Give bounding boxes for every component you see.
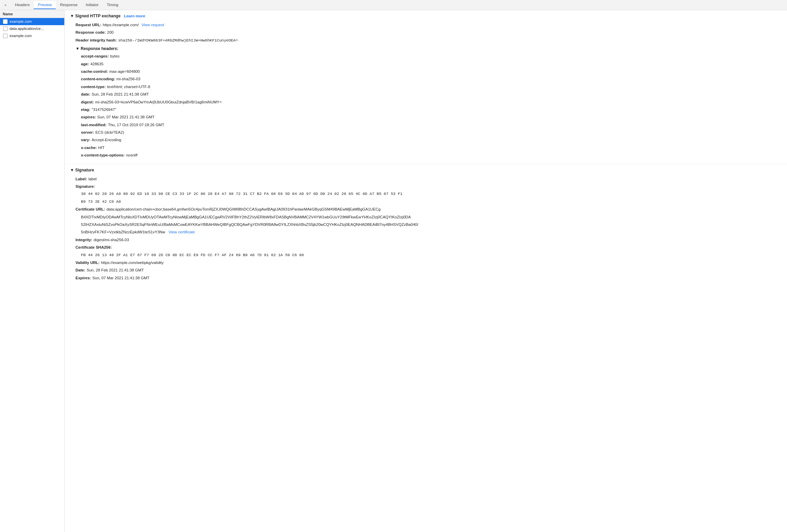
response-headers-subsection: ▼ Response headers: accept-ranges: bytes… bbox=[70, 44, 782, 160]
tab-timing[interactable]: Timing bbox=[103, 1, 122, 9]
tab-initiator[interactable]: Initiator bbox=[82, 1, 103, 9]
response-header-value: mi-sha256-03=kcwVP6aOwYmA/j9JbUU0GbuiZdn… bbox=[95, 99, 222, 105]
response-header-row: server: ECS (dcb/7EA2) bbox=[70, 129, 782, 136]
response-header-value: Sun, 07 Mar 2021 21:41:38 GMT bbox=[97, 114, 154, 120]
header-integrity-label: Header integrity hash: bbox=[76, 37, 117, 43]
cert-url-key: Certificate URL: bbox=[76, 206, 105, 212]
sidebar-item-0[interactable]: example.com bbox=[0, 18, 64, 25]
response-header-key: digest: bbox=[81, 99, 94, 105]
sidebar-item-label-0: example.com bbox=[10, 19, 32, 23]
header-integrity-row: Header integrity hash: sha256-/IWdYDKW66… bbox=[70, 36, 782, 44]
cert-url-line3: 52IHZXAxtuNiSZvoPkOaXySR2ESqFNnWEuU/BaMs… bbox=[81, 221, 418, 228]
cert-url-line2-row: B4XDTIxMDIyODAwMTcyNloXDTIxMDUyOTAwMTcyN… bbox=[70, 213, 782, 221]
cert-sha256-row: Certificate SHA256: bbox=[70, 244, 782, 251]
cert-url-line2: B4XDTIxMDIyODAwMTcyNloXDTIxMDUyOTAwMTcyN… bbox=[81, 214, 411, 220]
response-header-value: mi-sha256-03 bbox=[116, 76, 140, 82]
response-header-row: expires: Sun, 07 Mar 2021 21:41:38 GMT bbox=[70, 113, 782, 121]
response-header-row: age: 428635 bbox=[70, 60, 782, 68]
response-header-value: Sun, 28 Feb 2021 21:41:38 GMT bbox=[91, 91, 149, 97]
integrity-value: digest/mi-sha256-03 bbox=[94, 237, 129, 243]
learn-more-link[interactable]: Learn more bbox=[124, 14, 145, 18]
sig-signature-line2: B9 73 2E 42 C0 A0 bbox=[81, 199, 121, 205]
sidebar-item-label-2: example.com bbox=[10, 34, 32, 38]
cert-url-line3-row: 52IHZXAxtuNiSZvoPkOaXySR2ESqFNnWEuU/BaMs… bbox=[70, 221, 782, 228]
date-row: Date: Sun, 28 Feb 2021 21:41:38 GMT bbox=[70, 266, 782, 274]
sig-signature-row: Signature: bbox=[70, 183, 782, 190]
main-layout: Name example.com data:application/ce... … bbox=[0, 10, 787, 532]
response-header-key: cache-control: bbox=[81, 68, 108, 74]
sidebar-item-1[interactable]: data:application/ce... bbox=[0, 25, 64, 32]
signed-exchange-section: ▼ Signed HTTP exchange Learn more Reques… bbox=[65, 10, 787, 164]
request-url-value: https://example.com/ bbox=[103, 22, 139, 28]
response-header-key: x-content-type-options: bbox=[81, 152, 124, 158]
response-header-key: expires: bbox=[81, 114, 96, 120]
cert-sha256-key: Certificate SHA256: bbox=[76, 244, 112, 250]
response-header-value: Accept-Encoding bbox=[92, 137, 121, 143]
content-area: ▼ Signed HTTP exchange Learn more Reques… bbox=[65, 10, 787, 532]
validity-url-value: https://example.com/webpkg/validity bbox=[101, 260, 164, 266]
file-icon-2 bbox=[3, 33, 7, 38]
signature-section-title: ▼ Signature bbox=[70, 168, 782, 172]
response-header-key: vary: bbox=[81, 137, 90, 143]
response-headers-list: accept-ranges: bytesage: 428635cache-con… bbox=[70, 52, 782, 159]
validity-url-row: Validity URL: https://example.com/webpkg… bbox=[70, 259, 782, 266]
sig-signature-line1: 30 44 02 20 26 A9 89 92 ED 10 33 98 CE C… bbox=[81, 191, 402, 197]
sidebar-item-2[interactable]: example.com bbox=[0, 32, 64, 39]
request-url-row: Request URL: https://example.com/ View r… bbox=[70, 21, 782, 29]
tab-headers[interactable]: Headers bbox=[11, 1, 34, 9]
response-header-key: date: bbox=[81, 91, 90, 97]
file-icon-0 bbox=[3, 19, 7, 24]
response-header-value: HIT bbox=[98, 145, 105, 151]
sidebar-header: Name bbox=[0, 10, 64, 18]
date-key: Date: bbox=[76, 267, 85, 273]
sig-signature-line1-row: 30 44 02 20 26 A9 89 92 ED 10 33 98 CE C… bbox=[70, 190, 782, 198]
response-header-value: "3147526947" bbox=[91, 106, 116, 113]
response-header-value: max-age=604800 bbox=[109, 68, 140, 74]
sig-signature-key: Signature: bbox=[76, 183, 95, 189]
sig-label-key: Label: bbox=[76, 176, 87, 182]
expires-key: Expires: bbox=[76, 275, 91, 281]
response-header-key: age: bbox=[81, 61, 89, 67]
signed-exchange-title: ▼ Signed HTTP exchange Learn more bbox=[70, 14, 782, 18]
response-code-value: 200 bbox=[107, 29, 114, 35]
response-header-key: etag: bbox=[81, 106, 90, 113]
view-request-link[interactable]: View request bbox=[141, 22, 164, 28]
response-header-key: content-type: bbox=[81, 84, 106, 90]
response-header-value: bytes bbox=[110, 53, 120, 59]
sig-label-row: Label: label bbox=[70, 175, 782, 183]
tab-close-icon[interactable]: × bbox=[3, 2, 8, 8]
response-header-value: nosniff bbox=[126, 152, 137, 158]
cert-sha256-value: FB 44 26 13 48 2F A1 E7 67 F7 68 2D C0 8… bbox=[81, 252, 304, 258]
cert-url-row: Certificate URL: data:application/cert-c… bbox=[70, 205, 782, 213]
response-header-value: text/html; charset=UTF-8 bbox=[107, 84, 150, 90]
cert-sha256-value-row: FB 44 26 13 48 2F A1 E7 67 F7 68 2D C0 8… bbox=[70, 251, 782, 259]
signature-title-text: ▼ Signature bbox=[70, 168, 94, 172]
response-header-row: x-content-type-options: nosniff bbox=[70, 151, 782, 159]
response-code-row: Response code: 200 bbox=[70, 29, 782, 36]
cert-url-line4: 5nBHzvFK7KF+VzxtkbZNzcEpkdW1teS1vY3Nw bbox=[81, 229, 165, 235]
signed-exchange-title-text: ▼ Signed HTTP exchange bbox=[70, 14, 120, 18]
tab-preview[interactable]: Preview bbox=[34, 1, 56, 9]
cert-url-line4-row: 5nBHzvFK7KF+VzxtkbZNzcEpkdW1teS1vY3Nw Vi… bbox=[70, 228, 782, 236]
expires-value: Sun, 07 Mar 2021 21:41:38 GMT bbox=[92, 275, 149, 281]
validity-url-key: Validity URL: bbox=[76, 260, 100, 266]
response-header-value: Thu, 17 Oct 2019 07:18:26 GMT bbox=[108, 122, 164, 128]
signature-section: ▼ Signature Label: label Signature: 30 4… bbox=[65, 164, 787, 285]
response-header-key: last-modified: bbox=[81, 122, 106, 128]
response-header-key: server: bbox=[81, 129, 94, 135]
response-header-row: etag: "3147526947" bbox=[70, 106, 782, 113]
tab-response[interactable]: Response bbox=[56, 1, 82, 9]
date-value: Sun, 28 Feb 2021 21:41:38 GMT bbox=[87, 267, 144, 273]
response-header-row: cache-control: max-age=604800 bbox=[70, 68, 782, 75]
sig-label-value: label bbox=[88, 176, 97, 182]
view-certificate-link[interactable]: View certificate bbox=[169, 229, 195, 235]
response-header-row: content-encoding: mi-sha256-03 bbox=[70, 75, 782, 83]
header-integrity-value: sha256-/IWdYDKW663F+eRGZMdhwjEhIJW+Hw6hK… bbox=[118, 37, 238, 44]
response-header-row: last-modified: Thu, 17 Oct 2019 07:18:26… bbox=[70, 121, 782, 129]
response-header-row: accept-ranges: bytes bbox=[70, 52, 782, 60]
response-header-value: 428635 bbox=[90, 61, 103, 67]
response-header-row: vary: Accept-Encoding bbox=[70, 136, 782, 144]
response-header-row: date: Sun, 28 Feb 2021 21:41:38 GMT bbox=[70, 90, 782, 98]
response-headers-title: ▼ Response headers: bbox=[70, 46, 782, 52]
integrity-key: Integrity: bbox=[76, 237, 92, 243]
